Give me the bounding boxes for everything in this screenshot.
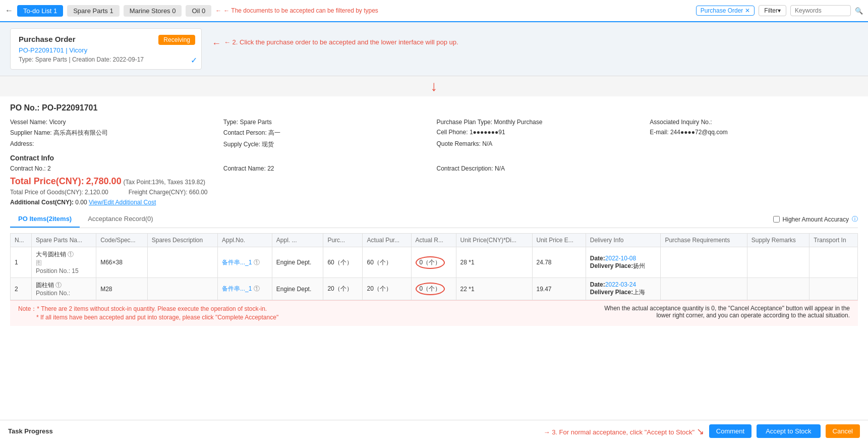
contract-name: Contract Name: 22	[223, 165, 432, 172]
receiving-badge: Receiving	[158, 35, 195, 45]
note-line-2: * If all items have been accepted and pu…	[18, 313, 278, 322]
cancel-button[interactable]: Cancel	[826, 424, 860, 438]
down-arrow-icon: ↓	[431, 78, 438, 94]
higher-accuracy: Higher Amount Accuracy ⓘ	[773, 215, 858, 224]
total-price-row: Total Price(CNY): 2,780.00 (Tax Point:13…	[10, 176, 858, 187]
contact-person: Contact Person: 高一	[223, 129, 432, 137]
view-edit-link[interactable]: View/Edit Additional Cost	[89, 199, 156, 206]
total-price-value: 2,780.00	[86, 176, 122, 186]
col-description: Spares Description	[147, 234, 217, 247]
po-card-id: PO-P22091701 | Vicory	[19, 46, 193, 54]
row2-no: 2	[11, 278, 32, 300]
quote-remarks: Quote Remarks: N/A	[437, 140, 645, 149]
accept-to-stock-button[interactable]: Accept to Stock	[757, 424, 820, 438]
close-icon[interactable]: ✕	[745, 7, 750, 14]
tab-spare-parts[interactable]: Spare Parts 1	[67, 5, 120, 17]
col-appl-qty: Appl. ...	[272, 234, 323, 247]
step3-hint: → 3. For normal acceptance, click "Accep…	[544, 426, 704, 437]
row2-code: M28	[96, 278, 148, 300]
row2-pur-req	[661, 278, 747, 300]
info-grid-1: Vessel Name: Vicory Type: Spare Parts Pu…	[10, 119, 858, 149]
col-actual-r: Actual R...	[411, 234, 456, 247]
row2-actual-r: 0（个）	[411, 278, 456, 300]
col-appl-no: Appl.No.	[218, 234, 272, 247]
row2-desc	[147, 278, 217, 300]
items-table: N... Spare Parts Na... Code/Spec... Spar…	[10, 233, 858, 300]
hint3-arrow: →	[544, 428, 552, 436]
inquiry-no: Associated Inquiry No.:	[650, 119, 858, 126]
arrow-down-indicator: ↓	[0, 76, 868, 96]
contract-desc: Contract Description: N/A	[437, 165, 858, 172]
vessel-name: Vessel Name: Vicory	[10, 119, 218, 126]
tab-todo-list[interactable]: To-do List 1	[17, 5, 63, 17]
higher-accuracy-checkbox[interactable]	[773, 216, 780, 223]
type-info: Type: Spare Parts	[223, 119, 432, 126]
table-row: 2 圆柱销 ① Position No.: M28 备件串..._1 ① Eng…	[11, 278, 858, 300]
po-number: PO No.: PO-P22091701	[10, 103, 858, 113]
note-left: Note：* There are 2 items without stock-i…	[18, 305, 278, 322]
row1-unit-price-e: 24.78	[532, 247, 586, 278]
left-arrow-icon: ←	[212, 38, 221, 49]
row1-appl-qty: Engine Dept.	[272, 247, 323, 278]
note-right: When the actual acceptance quantity is 0…	[604, 305, 850, 319]
main-content: Purchase Order Receiving PO-P22091701 | …	[0, 22, 868, 442]
row1-unit-price-di: 28 *1	[456, 247, 532, 278]
info-grid-2: Contract No.: 2 Contract Name: 22 Contra…	[10, 165, 858, 172]
po-filter-tag[interactable]: Purchase Order ✕	[696, 6, 755, 16]
table-header-row: N... Spare Parts Na... Code/Spec... Spar…	[11, 234, 858, 247]
table-row: 1 大号圆柱销 ① 图 Position No.: 15 M66×38 备件串.…	[11, 247, 858, 278]
tab-oil[interactable]: Oil 0	[186, 5, 211, 17]
row1-code: M66×38	[96, 247, 148, 278]
row1-actual-pur: 60（个）	[363, 247, 411, 278]
search-icon[interactable]: 🔍	[855, 7, 863, 15]
tab-row: PO Items(2items) Acceptance Record(0) Hi…	[10, 211, 858, 228]
tab-marine-stores[interactable]: Marine Stores 0	[124, 5, 182, 17]
items-table-wrapper: N... Spare Parts Na... Code/Spec... Spar…	[10, 233, 858, 300]
col-delivery-info: Delivery Info	[586, 234, 661, 247]
top-bar: ← To-do List 1 Spare Parts 1 Marine Stor…	[0, 0, 868, 22]
red-arrow-icon: ←	[215, 7, 221, 14]
note-line-1: Note：* There are 2 items without stock-i…	[18, 305, 278, 313]
row1-appl-no: 备件串..._1 ①	[218, 247, 272, 278]
row2-delivery-info: Date:2022-03-24 Delivery Place:上海	[586, 278, 661, 300]
plan-type: Purchase Plan Type: Monthly Purchase	[437, 119, 645, 126]
col-no: N...	[11, 234, 32, 247]
row1-delivery-info: Date:2022-10-08 Delivery Place:扬州	[586, 247, 661, 278]
notes-section: Note：* There are 2 items without stock-i…	[10, 300, 858, 326]
keyword-input[interactable]	[790, 5, 851, 16]
tab-po-items[interactable]: PO Items(2items)	[10, 211, 80, 228]
po-card[interactable]: Purchase Order Receiving PO-P22091701 | …	[10, 28, 202, 70]
freight-charge: Freight Charge(CNY): 660.00	[129, 189, 208, 196]
row2-appl-qty: Engine Dept.	[272, 278, 323, 300]
supplier-name: Supplier Name: 高乐高科技有限公司	[10, 129, 218, 137]
tab-acceptance-record[interactable]: Acceptance Record(0)	[80, 211, 161, 228]
col-purc: Purc...	[323, 234, 363, 247]
row1-no: 1	[11, 247, 32, 278]
comment-button[interactable]: Comment	[709, 424, 751, 438]
row2-unit-price-di: 22 *1	[456, 278, 532, 300]
row1-supply-remarks	[747, 247, 809, 278]
row1-purc: 60（个）	[323, 247, 363, 278]
row2-unit-price-e: 19.47	[532, 278, 586, 300]
col-supply-remarks: Supply Remarks	[747, 234, 809, 247]
address: Address:	[10, 140, 218, 149]
row1-desc	[147, 247, 217, 278]
col-actual-pur: Actual Pur...	[363, 234, 411, 247]
row2-actual-pur: 20（个）	[363, 278, 411, 300]
filter-button[interactable]: Filter▾	[759, 5, 786, 16]
detail-section: PO No.: PO-P22091701 Vessel Name: Vicory…	[0, 96, 868, 420]
col-code: Code/Spec...	[96, 234, 148, 247]
row1-transport	[809, 247, 858, 278]
cell-phone: Cell Phone: 1●●●●●●●91	[437, 129, 645, 137]
additional-cost: Additional Cost(CNY): 0.00 View/Edit Add…	[10, 199, 858, 206]
col-unit-price-di: Unit Price(CNY)*Di...	[456, 234, 532, 247]
contract-no: Contract No.: 2	[10, 165, 218, 172]
back-button[interactable]: ←	[5, 6, 13, 15]
checkmark-icon: ✓	[191, 56, 197, 65]
upper-section: Purchase Order Receiving PO-P22091701 | …	[0, 22, 868, 76]
email: E-mail: 244●●●●72@qq.com	[650, 129, 858, 137]
task-progress-label: Task Progress	[8, 427, 539, 435]
col-pur-req: Purchase Requirements	[661, 234, 747, 247]
col-spare-parts: Spare Parts Na...	[31, 234, 96, 247]
step2-hint: ← ← 2. Click the purchase order to be ac…	[212, 28, 458, 49]
